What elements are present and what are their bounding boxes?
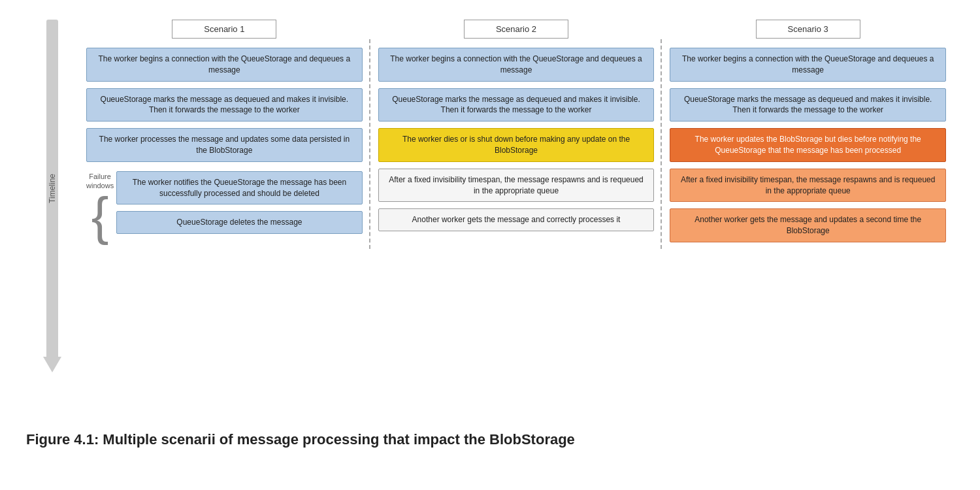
scenario-1-lower-steps: The worker notifies the QueueStorage the…	[116, 171, 362, 240]
scenario-1-step-4: The worker notifies the QueueStorage the…	[116, 171, 362, 205]
scenario-3-title: Scenario 3	[756, 20, 860, 39]
bracket-container: Failurewindows {	[86, 171, 114, 240]
timeline-column: Timeline	[26, 20, 78, 399]
scenario-3-step-3: The worker updates the BlobStorage but d…	[670, 128, 946, 162]
scenario-2-step-2: QueueStorage marks the message as dequeu…	[378, 88, 655, 122]
page-container: Timeline Scenario 1 The worker begins a …	[0, 0, 980, 474]
scenario-2-step-5: Another worker gets the message and corr…	[378, 208, 655, 231]
scenario-2-title: Scenario 2	[464, 20, 568, 39]
scenario-2-step-4: After a fixed invisibility timespan, the…	[378, 169, 655, 203]
figure-caption: Figure 4.1: Multiple scenarii of message…	[26, 425, 954, 448]
scenario-2-column: Scenario 2 The worker begins a connectio…	[370, 20, 662, 249]
bracket-symbol: {	[91, 193, 109, 240]
scenario-3-column: Scenario 3 The worker begins a connectio…	[662, 20, 954, 249]
timeline-label: Timeline	[48, 174, 57, 203]
scenario-3-step-2: QueueStorage marks the message as dequeu…	[670, 88, 946, 122]
scenario-1-column: Scenario 1 The worker begins a connectio…	[78, 20, 370, 249]
scenarios-wrapper: Scenario 1 The worker begins a connectio…	[78, 20, 954, 249]
scenario-3-step-5: Another worker gets the message and upda…	[670, 208, 946, 242]
scenario-2-step-3: The worker dies or is shut down before m…	[378, 128, 655, 162]
timeline-arrow	[43, 357, 61, 372]
scenario-1-title: Scenario 1	[172, 20, 276, 39]
scenario-1-bracket-area: Failurewindows { The worker notifies the…	[86, 171, 363, 240]
scenario-1-step-3: The worker processes the message and upd…	[86, 128, 363, 162]
scenario-3-step-1: The worker begins a connection with the …	[670, 48, 946, 82]
diagram-area: Timeline Scenario 1 The worker begins a …	[26, 20, 954, 399]
scenario-1-step-1: The worker begins a connection with the …	[86, 48, 363, 82]
scenario-1-step-2: QueueStorage marks the message as dequeu…	[86, 88, 363, 122]
timeline-line: Timeline	[46, 20, 58, 357]
scenario-2-step-1: The worker begins a connection with the …	[378, 48, 655, 82]
scenario-3-step-4: After a fixed invisibility timespan, the…	[670, 169, 946, 203]
scenario-1-step-5: QueueStorage deletes the message	[116, 211, 362, 234]
